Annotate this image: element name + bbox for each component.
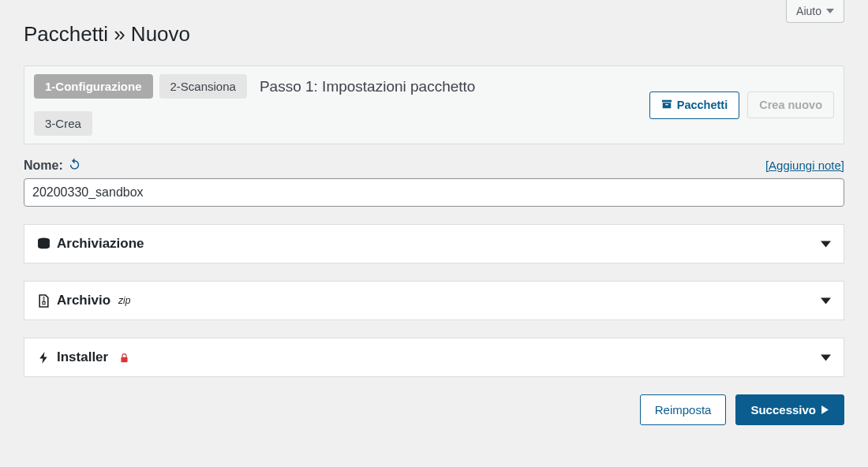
help-button[interactable]: Aiuto <box>786 0 844 23</box>
lock-icon <box>119 353 129 363</box>
next-button[interactable]: Successivo <box>735 394 844 425</box>
packages-label: Pacchetti <box>677 99 728 111</box>
step-2-scan[interactable]: 2-Scansiona <box>159 74 247 99</box>
name-field-label: Nome: <box>24 159 63 173</box>
svg-rect-5 <box>43 298 44 299</box>
step-3-create[interactable]: 3-Crea <box>34 111 92 136</box>
chevron-down-icon <box>826 7 834 15</box>
packages-button[interactable]: Pacchetti <box>649 92 739 119</box>
step-1-configure[interactable]: 1-Configurazione <box>34 74 153 99</box>
database-icon <box>37 237 51 251</box>
storage-label: Archiviazione <box>57 236 144 252</box>
undo-icon[interactable] <box>68 157 81 174</box>
installer-section[interactable]: Installer <box>24 338 844 377</box>
svg-rect-6 <box>43 300 44 301</box>
storage-section[interactable]: Archiviazione <box>24 224 844 263</box>
archive-label: Archivio <box>57 293 110 308</box>
reset-button[interactable]: Reimposta <box>640 394 727 425</box>
package-name-input[interactable] <box>24 178 844 207</box>
bolt-icon <box>37 351 51 364</box>
chevron-down-icon <box>821 353 831 363</box>
steps-panel: 1-Configurazione 2-Scansiona Passo 1: Im… <box>24 65 844 144</box>
page-title: Pacchetti » Nuovo <box>24 0 844 65</box>
file-archive-icon <box>37 294 51 308</box>
chevron-down-icon <box>821 239 831 249</box>
svg-rect-2 <box>665 104 668 105</box>
add-notes-link[interactable]: [Aggiungi note] <box>765 159 844 172</box>
svg-rect-8 <box>122 357 128 362</box>
chevron-down-icon <box>821 296 831 306</box>
help-label: Aiuto <box>796 5 821 17</box>
archive-section[interactable]: Archivio zip <box>24 281 844 320</box>
svg-rect-0 <box>662 99 672 102</box>
play-icon <box>821 405 829 414</box>
create-new-button: Crea nuovo <box>747 92 834 118</box>
archive-box-icon <box>661 99 672 112</box>
svg-rect-4 <box>43 297 44 297</box>
step-heading: Passo 1: Impostazioni pacchetto <box>260 78 476 95</box>
archive-format: zip <box>118 295 130 306</box>
next-label: Successivo <box>750 403 816 417</box>
installer-label: Installer <box>57 349 108 365</box>
svg-rect-1 <box>663 103 672 108</box>
svg-rect-7 <box>43 301 45 304</box>
